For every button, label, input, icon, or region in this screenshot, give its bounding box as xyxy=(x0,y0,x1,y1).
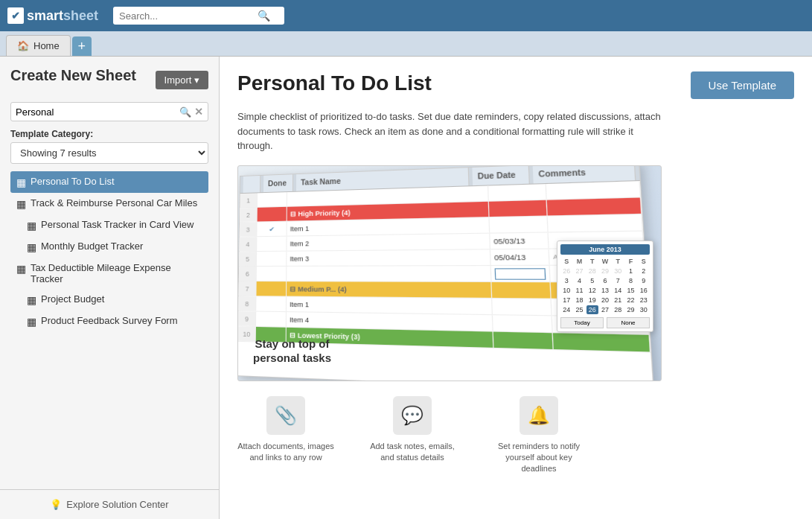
template-label-2: Personal Task Tracker in Card View xyxy=(41,219,194,230)
template-item-product-feedback[interactable]: ▦ Product Feedback Survey Form xyxy=(10,311,208,332)
use-template-button[interactable]: Use Template xyxy=(691,71,794,99)
logo-text: smartsheet xyxy=(27,8,98,24)
template-label-5: Project Budget xyxy=(41,293,104,305)
template-item-tax-mileage[interactable]: ▦ Tax Deductible Mileage Expense Tracker xyxy=(10,258,208,289)
template-icon-0: ▦ xyxy=(16,176,26,188)
col-header-comments: Comments xyxy=(533,165,636,184)
home-tab-label: Home xyxy=(33,40,60,51)
right-panel: Personal To Do List Use Template Simple … xyxy=(220,57,812,519)
explore-label: Explore Solution Center xyxy=(66,499,168,510)
home-icon: 🏠 xyxy=(17,40,29,51)
template-list: ▦ Personal To Do List ▦ Track & Reimburs… xyxy=(10,171,208,489)
feature-notes: 💬 Add task notes, emails, and status det… xyxy=(364,396,461,475)
explore-icon: 💡 xyxy=(50,499,62,510)
template-icon-2: ▦ xyxy=(27,220,36,232)
logo: ✔ smartsheet xyxy=(7,7,98,24)
notes-icon: 💬 xyxy=(401,405,423,426)
cal-none-btn[interactable]: None xyxy=(607,317,650,328)
template-preview: Done Task Name Due Date Comments 1 2⊟ Hi… xyxy=(237,165,662,381)
feature-row: 📎 Attach documents, images and links to … xyxy=(237,396,794,475)
main-content: Create New Sheet Import ▾ 🔍 ✕ Template C… xyxy=(0,57,812,519)
template-item-monthly-budget[interactable]: ▦ Monthly Budget Tracker xyxy=(10,236,208,258)
template-item-track-reimburse[interactable]: ▦ Track & Reimburse Personal Car Miles xyxy=(10,193,208,214)
sidebar: Create New Sheet Import ▾ 🔍 ✕ Template C… xyxy=(0,57,220,519)
search-bar[interactable]: 🔍 xyxy=(113,7,284,25)
panel-title: Personal To Do List xyxy=(237,71,432,95)
template-label-6: Product Feedback Survey Form xyxy=(41,315,178,326)
logo-smart: smart xyxy=(27,8,63,23)
col-header-date: Due Date xyxy=(472,165,529,185)
explore-solution-center-button[interactable]: 💡 Explore Solution Center xyxy=(0,489,219,519)
panel-header: Personal To Do List Use Template xyxy=(237,71,794,99)
template-icon-1: ▦ xyxy=(16,198,26,210)
feature-notes-desc: Add task notes, emails, and status detai… xyxy=(364,441,461,464)
cal-month: June 2013 xyxy=(560,244,650,255)
template-icon-6: ▦ xyxy=(27,316,36,328)
logo-sheet: sheet xyxy=(63,8,98,23)
col-header-done: Done xyxy=(263,174,293,192)
top-nav: ✔ smartsheet 🔍 xyxy=(0,0,812,31)
attach-icon: 📎 xyxy=(275,405,297,426)
cal-today-btn[interactable]: Today xyxy=(560,317,604,328)
feature-attach-desc: Attach documents, images and links to an… xyxy=(237,441,334,464)
template-search-input[interactable] xyxy=(16,106,176,118)
template-label-3: Monthly Budget Tracker xyxy=(41,241,143,252)
cal-grid: SMTWTFS 262728293012 3456789 10111213141… xyxy=(560,257,650,314)
template-item-personal-task-tracker[interactable]: ▦ Personal Task Tracker in Card View xyxy=(10,214,208,236)
global-search-button[interactable]: 🔍 xyxy=(258,10,270,22)
tab-bar: 🏠 Home + xyxy=(0,31,812,57)
col-header-num xyxy=(243,175,261,192)
reminders-icon-box: 🔔 xyxy=(520,396,558,435)
import-button[interactable]: Import ▾ xyxy=(156,71,208,89)
template-label-1: Track & Reimburse Personal Car Miles xyxy=(31,197,197,208)
home-tab[interactable]: 🏠 Home xyxy=(6,35,71,56)
calendar-popup: June 2013 SMTWTFS 262728293012 3456789 1… xyxy=(557,241,653,332)
feature-attach: 📎 Attach documents, images and links to … xyxy=(237,396,334,475)
template-search-clear[interactable]: ✕ xyxy=(194,106,203,118)
template-icon-4: ▦ xyxy=(16,263,26,275)
template-item-personal-to-do[interactable]: ▦ Personal To Do List xyxy=(10,171,208,193)
notes-icon-box: 💬 xyxy=(393,396,432,435)
feature-reminders-desc: Set reminders to notify yourself about k… xyxy=(490,441,587,475)
stay-on-top-text: Stay on top ofpersonal tasks xyxy=(253,337,331,366)
template-label-0: Personal To Do List xyxy=(31,176,115,187)
template-category-select[interactable]: Showing 7 results xyxy=(10,142,208,164)
panel-description: Simple checklist of prioritized to-do ta… xyxy=(237,109,669,153)
template-label-4: Tax Deductible Mileage Expense Tracker xyxy=(31,262,202,284)
attach-icon-box: 📎 xyxy=(266,396,305,435)
add-tab-button[interactable]: + xyxy=(72,36,92,56)
template-icon-5: ▦ xyxy=(27,294,36,306)
sidebar-title: Create New Sheet xyxy=(10,67,136,84)
template-search-icon[interactable]: 🔍 xyxy=(179,106,191,118)
template-search-wrap: 🔍 ✕ xyxy=(10,102,208,121)
template-category-label: Template Category: xyxy=(10,129,208,139)
feature-reminders: 🔔 Set reminders to notify yourself about… xyxy=(490,396,587,475)
bell-icon: 🔔 xyxy=(528,405,550,426)
template-item-project-budget[interactable]: ▦ Project Budget xyxy=(10,289,208,311)
template-icon-3: ▦ xyxy=(27,241,36,253)
logo-icon: ✔ xyxy=(7,7,24,24)
global-search-input[interactable] xyxy=(119,10,253,22)
